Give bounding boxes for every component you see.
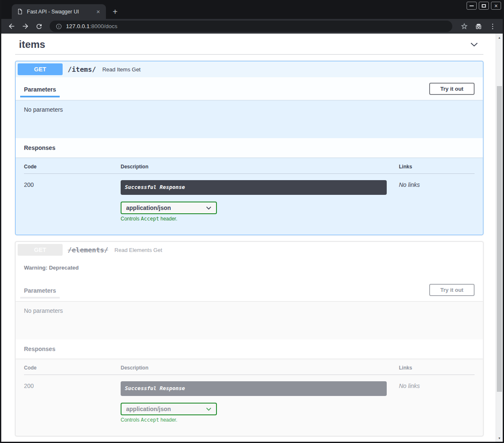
forward-arrow-icon — [21, 22, 29, 30]
column-code: Code — [24, 164, 121, 170]
opblock-summary[interactable]: GET /items/ Read Items Get — [16, 61, 483, 77]
close-button[interactable]: × — [491, 2, 501, 10]
browser-tab[interactable]: Fast API - Swagger UI × — [12, 4, 106, 19]
tab-title: Fast API - Swagger UI — [27, 9, 91, 15]
reload-button[interactable] — [33, 21, 45, 32]
maximize-icon — [482, 4, 486, 8]
new-tab-button[interactable]: + — [113, 8, 118, 16]
tag-title: items — [19, 39, 45, 50]
response-description-block: Successful Response — [121, 180, 387, 195]
back-arrow-icon — [8, 22, 16, 30]
responses-body: Code Description Links 200 Successful Re… — [16, 359, 483, 436]
responses-title: Responses — [24, 144, 55, 151]
accept-header-note: Controls Accept header. — [121, 216, 399, 222]
no-links-text: No links — [399, 381, 475, 423]
titlebar: Fast API - Swagger UI × + × — [1, 0, 503, 19]
page-favicon-icon — [17, 8, 23, 15]
no-links-text: No links — [399, 180, 475, 222]
address-bar[interactable]: 127.0.0.1:8000/docs — [50, 21, 452, 32]
response-description-cell: Successful Response application/json Con… — [121, 381, 399, 423]
chevron-down-icon[interactable] — [469, 39, 479, 50]
scroll-down-arrow-icon[interactable]: ▼ — [496, 435, 503, 441]
scroll-up-arrow-icon[interactable]: ▲ — [496, 34, 503, 41]
endpoint-path: /items/ — [68, 66, 96, 73]
try-it-out-button[interactable]: Try it out — [429, 284, 475, 296]
url-path: :8000/docs — [90, 23, 117, 29]
star-icon — [460, 22, 468, 30]
response-code: 200 — [24, 180, 121, 222]
column-code: Code — [24, 365, 121, 371]
no-parameters-text: No parameters — [24, 106, 63, 113]
minimize-button[interactable] — [467, 2, 477, 10]
incognito-indicator — [472, 21, 484, 32]
maximize-button[interactable] — [479, 2, 489, 10]
media-type-select[interactable]: application/json — [121, 202, 217, 214]
media-type-value: application/json — [126, 204, 171, 211]
response-code: 200 — [24, 381, 121, 423]
responses-header: Responses — [16, 339, 483, 359]
url-host: 127.0.0.1 — [66, 23, 90, 29]
tag-header-items[interactable]: items — [15, 34, 483, 55]
responses-title: Responses — [24, 346, 55, 352]
column-description: Description — [121, 365, 399, 371]
deprecated-warning: Warning: Deprecated — [16, 258, 483, 278]
tab-parameters[interactable]: Parameters — [20, 281, 60, 299]
no-parameters-text: No parameters — [24, 307, 63, 314]
minimize-icon — [470, 5, 474, 6]
media-type-value: application/json — [126, 406, 171, 412]
opblock-get-items: GET /items/ Read Items Get Parameters Tr… — [15, 61, 483, 235]
endpoint-summary: Read Items Get — [102, 66, 140, 73]
page-content: items GET /items/ Read Items Get Paramet… — [1, 34, 503, 442]
column-description: Description — [121, 164, 399, 170]
try-it-out-button[interactable]: Try it out — [429, 83, 475, 95]
parameters-body: No parameters — [16, 100, 483, 138]
kebab-menu-icon — [489, 23, 496, 30]
tab-parameters[interactable]: Parameters — [20, 80, 60, 97]
reload-icon — [35, 23, 43, 30]
method-badge: GET — [18, 63, 63, 75]
method-badge: GET — [18, 244, 63, 256]
browser-window: Fast API - Swagger UI × + × 127.0.0.1:80… — [0, 0, 504, 443]
select-chevron-icon — [206, 407, 211, 411]
window-controls: × — [467, 2, 501, 10]
responses-body: Code Description Links 200 Successful Re… — [16, 157, 483, 235]
media-type-select[interactable]: application/json — [121, 403, 217, 415]
opblock-summary[interactable]: GET /elements/ Read Elements Get — [16, 242, 483, 258]
forward-button[interactable] — [19, 21, 31, 32]
browser-menu-button[interactable] — [487, 21, 499, 32]
tab-close-icon[interactable]: × — [95, 8, 102, 16]
swagger-ui: items GET /items/ Read Items Get Paramet… — [1, 34, 496, 442]
column-links: Links — [399, 164, 475, 170]
url-text: 127.0.0.1:8000/docs — [66, 23, 117, 29]
response-row-200: 200 Successful Response application/json… — [24, 174, 475, 222]
select-chevron-icon — [206, 206, 211, 210]
vertical-scrollbar[interactable]: ▲ ▼ — [496, 34, 503, 442]
parameters-header: Parameters Try it out — [16, 77, 483, 100]
back-button[interactable] — [5, 21, 17, 32]
responses-table-header: Code Description Links — [24, 365, 475, 375]
site-info-icon[interactable] — [55, 23, 62, 30]
close-icon: × — [494, 3, 498, 9]
scrollbar-thumb[interactable] — [497, 86, 502, 392]
responses-table-header: Code Description Links — [24, 164, 475, 174]
accept-header-note: Controls Accept header. — [121, 417, 399, 423]
responses-header: Responses — [16, 138, 483, 157]
bookmark-star-button[interactable] — [458, 21, 470, 32]
browser-toolbar: 127.0.0.1:8000/docs — [1, 19, 503, 34]
response-row-200: 200 Successful Response application/json… — [24, 375, 475, 423]
response-description-block: Successful Response — [121, 381, 387, 396]
response-description-cell: Successful Response application/json Con… — [121, 180, 399, 222]
parameters-body: No parameters — [16, 301, 483, 339]
parameters-header: Parameters Try it out — [16, 278, 483, 301]
column-links: Links — [399, 365, 475, 371]
endpoint-path: /elements/ — [68, 246, 108, 254]
opblock-get-elements-deprecated: GET /elements/ Read Elements Get Warning… — [15, 241, 483, 436]
endpoint-summary: Read Elements Get — [114, 247, 162, 253]
incognito-icon — [474, 22, 483, 31]
